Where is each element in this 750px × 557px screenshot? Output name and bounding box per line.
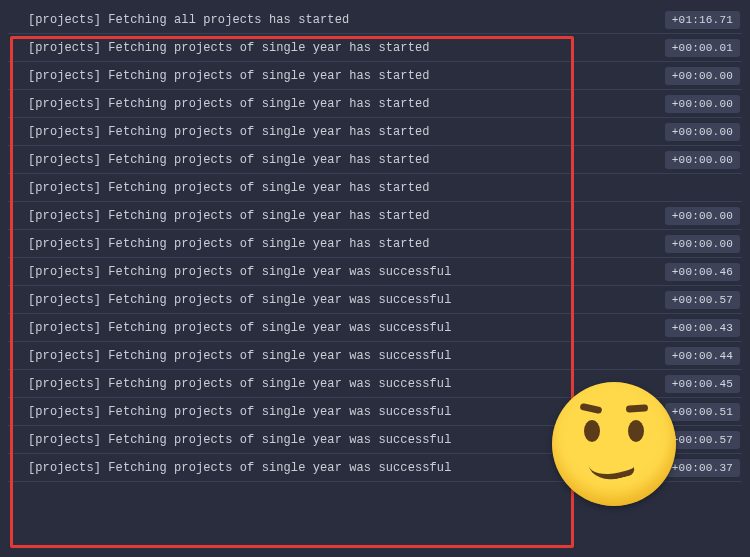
time-badge: +00:00.37 xyxy=(665,459,740,477)
time-badge: +01:16.71 xyxy=(665,11,740,29)
time-badge: +00:00.00 xyxy=(665,95,740,113)
log-row[interactable]: [projects] Fetching projects of single y… xyxy=(8,258,742,286)
time-badge: +00:00.01 xyxy=(665,39,740,57)
log-text: [projects] Fetching projects of single y… xyxy=(8,97,430,111)
confused-face-icon xyxy=(552,382,676,506)
time-badge: +00:00.00 xyxy=(665,207,740,225)
log-text: [projects] Fetching projects of single y… xyxy=(8,237,430,251)
emoji-face xyxy=(552,382,676,506)
time-badge: +00:00.00 xyxy=(665,123,740,141)
log-row[interactable]: [projects] Fetching projects of single y… xyxy=(8,62,742,90)
log-text: [projects] Fetching projects of single y… xyxy=(8,377,451,391)
log-panel: [projects] Fetching all projects has sta… xyxy=(0,0,750,557)
log-text: [projects] Fetching projects of single y… xyxy=(8,153,430,167)
emoji-eye-left xyxy=(584,420,600,442)
log-row[interactable]: [projects] Fetching projects of single y… xyxy=(8,174,742,202)
time-badge: +00:00.43 xyxy=(665,319,740,337)
log-row[interactable]: [projects] Fetching projects of single y… xyxy=(8,118,742,146)
log-text: [projects] Fetching projects of single y… xyxy=(8,405,451,419)
time-badge: +00:00.44 xyxy=(665,347,740,365)
log-text: [projects] Fetching projects of single y… xyxy=(8,209,430,223)
emoji-eye-right xyxy=(628,420,644,442)
log-row[interactable]: [projects] Fetching projects of single y… xyxy=(8,230,742,258)
log-text: [projects] Fetching projects of single y… xyxy=(8,181,430,195)
log-text: [projects] Fetching all projects has sta… xyxy=(8,13,349,27)
time-badge: +00:00.00 xyxy=(665,151,740,169)
time-badge: +00:00.00 xyxy=(665,67,740,85)
log-text: [projects] Fetching projects of single y… xyxy=(8,265,451,279)
log-row[interactable]: [projects] Fetching projects of single y… xyxy=(8,202,742,230)
emoji-brow-right xyxy=(626,404,648,413)
log-row[interactable]: [projects] Fetching projects of single y… xyxy=(8,314,742,342)
log-row[interactable]: [projects] Fetching all projects has sta… xyxy=(8,6,742,34)
time-badge: +00:00.00 xyxy=(665,235,740,253)
time-badge: +00:00.57 xyxy=(665,431,740,449)
log-row[interactable]: [projects] Fetching projects of single y… xyxy=(8,34,742,62)
log-text: [projects] Fetching projects of single y… xyxy=(8,125,430,139)
log-text: [projects] Fetching projects of single y… xyxy=(8,293,451,307)
log-text: [projects] Fetching projects of single y… xyxy=(8,321,451,335)
time-badge: +00:00.46 xyxy=(665,263,740,281)
log-text: [projects] Fetching projects of single y… xyxy=(8,349,451,363)
log-row[interactable]: [projects] Fetching projects of single y… xyxy=(8,146,742,174)
time-badge: +00:00.45 xyxy=(665,375,740,393)
log-text: [projects] Fetching projects of single y… xyxy=(8,41,430,55)
log-row[interactable]: [projects] Fetching projects of single y… xyxy=(8,286,742,314)
log-text: [projects] Fetching projects of single y… xyxy=(8,461,451,475)
log-text: [projects] Fetching projects of single y… xyxy=(8,69,430,83)
emoji-brow-left xyxy=(580,403,603,414)
log-text: [projects] Fetching projects of single y… xyxy=(8,433,451,447)
time-badge: +00:00.57 xyxy=(665,291,740,309)
log-row[interactable]: [projects] Fetching projects of single y… xyxy=(8,342,742,370)
emoji-mouth xyxy=(588,453,636,485)
time-badge: +00:00.51 xyxy=(665,403,740,421)
log-row[interactable]: [projects] Fetching projects of single y… xyxy=(8,90,742,118)
